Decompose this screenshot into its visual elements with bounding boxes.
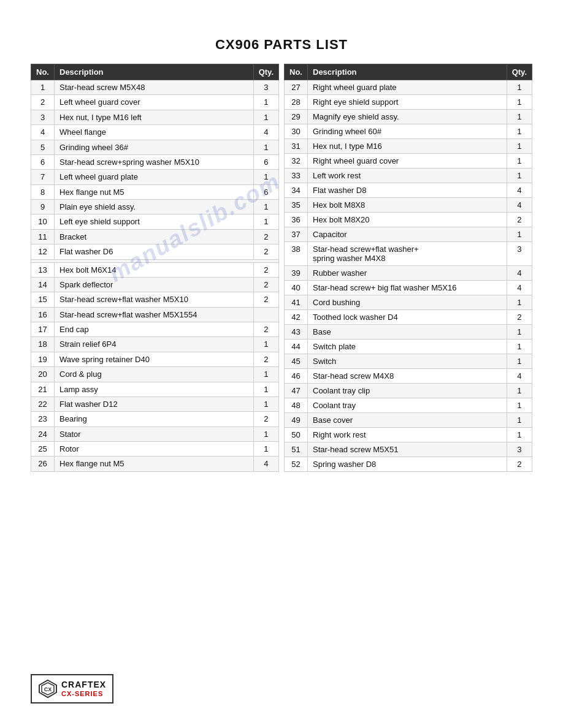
row-description: Rotor	[55, 442, 254, 457]
table-row: 52Spring washer D82	[285, 457, 532, 472]
svg-text:CX: CX	[44, 686, 52, 692]
row-qty: 6	[253, 184, 278, 199]
row-number: 35	[285, 198, 308, 213]
row-description: Grinding wheel 60#	[308, 124, 507, 139]
row-qty: 4	[507, 183, 532, 198]
row-description: Star-head screw+flat washer M5X10	[55, 292, 254, 307]
series-name: CX-SERIES	[61, 690, 106, 697]
table-row: 9Plain eye shield assy.1	[31, 200, 279, 214]
row-qty: 1	[253, 367, 278, 382]
row-qty: 1	[253, 200, 278, 214]
table-row: 47Coolant tray clip1	[285, 384, 532, 398]
row-qty: 6	[253, 154, 278, 169]
table-row: 29Magnify eye shield assy.1	[285, 110, 532, 124]
row-number: 11	[31, 229, 55, 244]
row-description: Star-head screw+flat washer+spring washe…	[308, 242, 507, 266]
logo-area: CX CRAFTEX CX-SERIES	[31, 674, 113, 703]
right-header-no: No.	[285, 64, 308, 80]
row-number: 2	[31, 95, 55, 110]
row-qty: 1	[253, 214, 278, 229]
row-number: 42	[285, 310, 308, 325]
table-row: 26Hex flange nut M54	[31, 457, 279, 472]
row-number: 4	[31, 125, 55, 140]
table-row: 42Toothed lock washer D42	[285, 310, 532, 325]
table-row: 4Wheel flange4	[31, 125, 279, 140]
row-description: Right wheel guard cover	[308, 154, 507, 169]
row-description: Rubber washer	[308, 266, 507, 281]
table-row: 23Bearing2	[31, 412, 279, 427]
row-qty: 1	[253, 442, 278, 457]
row-qty: 1	[253, 337, 278, 352]
row-qty: 1	[507, 354, 532, 369]
row-number: 30	[285, 124, 308, 139]
row-description: Hex nut, I type M16 left	[55, 110, 254, 124]
row-number: 27	[285, 80, 308, 95]
row-description: Left wheel guard plate	[55, 170, 254, 184]
table-row: 48Coolant tray1	[285, 398, 532, 413]
row-number: 6	[31, 154, 55, 169]
row-qty: 2	[253, 292, 278, 307]
row-description: Right eye shield support	[308, 95, 507, 110]
brand-name: CRAFTEX	[61, 680, 106, 689]
row-description: Plain eye shield assy.	[55, 200, 254, 214]
row-description: Flat washer D8	[308, 183, 507, 198]
row-description: Coolant tray	[308, 398, 507, 413]
table-row: 40Star-head screw+ big flat washer M5X16…	[285, 281, 532, 295]
row-qty: 1	[507, 325, 532, 339]
table-row: 24Stator1	[31, 427, 279, 441]
row-description: Grinding wheel 36#	[55, 140, 254, 154]
row-qty: 2	[507, 457, 532, 472]
table-row: 13Hex bolt M6X142	[31, 262, 279, 277]
row-description: Base	[308, 325, 507, 339]
row-number: 43	[285, 325, 308, 339]
row-description: Star-head screw+spring washer M5X10	[55, 154, 254, 169]
row-qty: 1	[507, 124, 532, 139]
row-description: Magnify eye shield assy.	[308, 110, 507, 124]
row-number: 36	[285, 213, 308, 227]
row-qty: 1	[507, 154, 532, 169]
table-row: 50Right work rest1	[285, 428, 532, 442]
row-number: 38	[285, 242, 308, 266]
left-parts-table: No. Description Qty. 1Star-head screw M5…	[31, 64, 279, 472]
table-row: 30Grinding wheel 60#1	[285, 124, 532, 139]
row-number: 3	[31, 110, 55, 124]
right-header-desc: Description	[308, 64, 507, 80]
row-number: 41	[285, 295, 308, 310]
row-qty: 2	[253, 262, 278, 277]
row-number: 7	[31, 170, 55, 184]
row-qty: 2	[253, 412, 278, 427]
row-number: 31	[285, 139, 308, 154]
right-header-qty: Qty.	[507, 64, 532, 80]
row-qty: 1	[253, 170, 278, 184]
row-qty: 2	[253, 322, 278, 337]
row-qty	[253, 307, 278, 322]
row-description: Switch plate	[308, 339, 507, 354]
table-row: 43Base1	[285, 325, 532, 339]
row-number: 22	[31, 396, 55, 411]
row-description: Hex flange nut M5	[55, 184, 254, 199]
row-number: 52	[285, 457, 308, 472]
row-description: Bearing	[55, 412, 254, 427]
tables-wrapper: No. Description Qty. 1Star-head screw M5…	[31, 64, 532, 472]
row-description: Hex bolt M8X8	[308, 198, 507, 213]
row-qty: 1	[253, 110, 278, 124]
table-row: 31Hex nut, I type M161	[285, 139, 532, 154]
table-row: 16Star-head screw+flat washer M5X1554	[31, 307, 279, 322]
row-description: Star-head screw M5X48	[55, 80, 254, 95]
row-description: Capacitor	[308, 227, 507, 242]
row-description: Hex bolt M6X14	[55, 262, 254, 277]
row-description: Left work rest	[308, 169, 507, 183]
row-number: 5	[31, 140, 55, 154]
row-number: 26	[31, 457, 55, 472]
row-number: 9	[31, 200, 55, 214]
row-number: 49	[285, 413, 308, 428]
row-number: 44	[285, 339, 308, 354]
table-row: 27Right wheel guard plate1	[285, 80, 532, 95]
row-qty: 1	[253, 427, 278, 441]
row-description: Bracket	[55, 229, 254, 244]
row-description: Star-head screw M4X8	[308, 369, 507, 384]
row-description: Spring washer D8	[308, 457, 507, 472]
table-row: 20Cord & plug1	[31, 367, 279, 382]
row-description: Stator	[55, 427, 254, 441]
row-description: Left wheel guard cover	[55, 95, 254, 110]
